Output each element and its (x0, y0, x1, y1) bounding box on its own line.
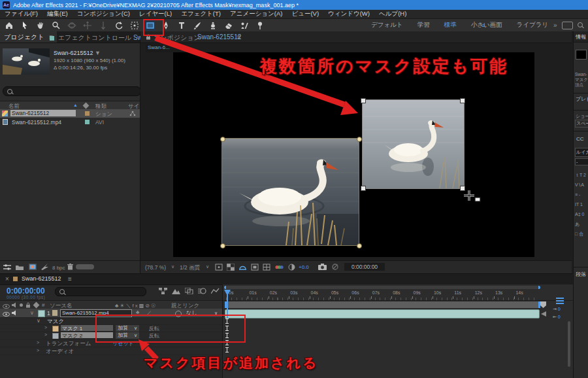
character-setting-row[interactable]: ≡ - (575, 190, 588, 199)
magnification-caret-icon[interactable]: ∨ (171, 264, 174, 269)
sort-ascending-icon[interactable]: ▲ (73, 103, 78, 107)
timeline-panel-menu-icon[interactable]: ≡ (68, 275, 72, 283)
project-row-footage[interactable]: Swan-6215512.mp4 AVI (0, 118, 140, 126)
puppet-pin-tool-icon[interactable] (255, 20, 265, 31)
color-depth-button[interactable]: 8 bpc (52, 265, 65, 271)
mask-vertex-handle[interactable] (361, 186, 366, 191)
work-area-end-shield-icon[interactable] (540, 301, 546, 309)
layer-expand-caret[interactable]: ∨ (30, 310, 34, 316)
in-point-field[interactable]: ⇥ 0 (553, 307, 561, 312)
zoom-tool-icon[interactable] (51, 20, 61, 31)
timeline-tab-name[interactable]: Swan-6215512 (22, 275, 61, 282)
menu-item[interactable]: ビュー(V) (291, 10, 319, 18)
guides-icon[interactable] (251, 264, 259, 272)
preview-panel-label[interactable]: プレビ (576, 95, 588, 103)
transform-expand-caret[interactable]: > (37, 340, 39, 345)
menu-item[interactable]: レイヤー(L) (139, 10, 172, 18)
trash-icon[interactable] (67, 264, 73, 271)
mask-vertex-handle[interactable] (220, 243, 225, 249)
menu-item[interactable]: エフェクト(T) (181, 10, 221, 18)
label-color-swatch[interactable] (85, 120, 90, 124)
brush-tool-icon[interactable] (192, 20, 203, 31)
workspace-tab[interactable]: 学習 (417, 21, 430, 29)
project-search-input[interactable] (3, 86, 141, 96)
exposure-icon[interactable] (288, 264, 295, 272)
mask-expand-caret[interactable]: > (44, 325, 47, 330)
channel-rgb-icon[interactable] (275, 264, 284, 271)
out-point-field[interactable]: ⇤ 0 (553, 315, 561, 320)
menu-item[interactable]: アニメーション(A) (230, 10, 283, 18)
orbit-camera-tool-icon[interactable] (67, 20, 77, 31)
timeline-search-input[interactable] (55, 287, 146, 296)
workspace-tab[interactable]: 小さい画面 (471, 21, 502, 29)
exposure-value[interactable]: +0.0 (299, 264, 309, 270)
pan-camera-tool-icon[interactable] (82, 20, 93, 31)
menu-item[interactable]: コンポジション(C) (77, 10, 130, 18)
project-row-composition[interactable]: Swan-6215512 ション (0, 109, 140, 118)
workspace-overflow-chevrons[interactable]: » (553, 22, 557, 29)
tab-project[interactable]: プロジェクト ≡ (0, 31, 57, 43)
workspace-tab[interactable]: デフォルト (371, 21, 403, 29)
label-color-swatch[interactable] (85, 111, 90, 116)
hand-tool-icon[interactable] (35, 20, 46, 31)
new-composition-icon[interactable] (29, 264, 37, 271)
frame-blend-icon[interactable] (185, 288, 193, 296)
clone-stamp-tool-icon[interactable] (208, 20, 218, 31)
mask-vertex-handle[interactable] (357, 243, 362, 249)
mask-vertex-handle[interactable] (220, 137, 225, 142)
home-tool-icon[interactable] (4, 20, 14, 31)
character-setting-value[interactable]: 0 (582, 212, 585, 216)
layer-audio-icon[interactable] (12, 310, 17, 317)
panel-scrollbar-thumb[interactable] (76, 264, 94, 269)
layer-color-swatch[interactable] (38, 310, 45, 317)
masked-footage-left[interactable] (222, 139, 359, 245)
character-setting-value[interactable]: - (579, 192, 580, 197)
roto-brush-tool-icon[interactable] (239, 20, 250, 31)
label-column-icon[interactable] (83, 103, 90, 109)
workspace-switcher-icon[interactable] (562, 22, 573, 29)
mask-vertex-handle[interactable] (357, 137, 362, 142)
character-setting-row[interactable]: IT 1 (575, 199, 588, 209)
new-folder-icon[interactable] (16, 264, 24, 271)
mask-visibility-icon[interactable] (238, 264, 247, 272)
viewer-tab[interactable]: Swan-6... (146, 44, 184, 52)
character-setting-value[interactable]: 2 (583, 173, 586, 177)
selected-item-name[interactable]: Swan-6215512 ▼ (54, 50, 101, 56)
character-setting-value[interactable]: 合 (579, 232, 583, 236)
timeline-vertical-scrollbar[interactable] (568, 321, 570, 367)
audio-expand-caret[interactable]: > (37, 348, 39, 352)
menu-item[interactable]: ウィンドウ(W) (328, 10, 370, 18)
resolution-caret-icon[interactable]: ∨ (206, 264, 209, 269)
mask-vertex-handle[interactable] (460, 98, 465, 103)
eraser-tool-icon[interactable] (223, 20, 234, 31)
mask-expand-caret[interactable]: > (44, 332, 47, 337)
paragraph-panel-label[interactable]: 段落 (576, 271, 586, 278)
font-style-field[interactable]: - (575, 158, 588, 165)
draft-3d-icon[interactable] (172, 288, 180, 296)
render-icon[interactable] (41, 264, 48, 271)
font-family-field[interactable]: ルイカ (575, 148, 588, 157)
composition-flowchart-icon[interactable] (159, 288, 167, 296)
graph-editor-icon[interactable] (211, 288, 220, 296)
layer-duration-bar[interactable] (225, 309, 540, 318)
in-point-value[interactable]: 0 (558, 307, 561, 311)
workspace-menu-icon[interactable]: ≡ (482, 22, 485, 29)
search-workspace-icon[interactable] (578, 22, 583, 29)
project-item-name[interactable]: Swan-6215512.mp4 (12, 119, 61, 126)
footage-thumbnail[interactable] (3, 48, 50, 75)
composition-panel-menu-icon[interactable]: ≡ (237, 33, 241, 41)
selection-tool-icon[interactable] (20, 20, 30, 31)
character-setting-value[interactable]: 1 (580, 202, 583, 207)
timeline-navigator-bar[interactable] (224, 286, 540, 289)
workspace-tab[interactable]: ライブラリ (517, 21, 549, 29)
out-point-value[interactable]: 0 (558, 315, 561, 319)
motion-blur-icon[interactable] (198, 288, 206, 296)
item-caret-icon[interactable]: ▼ (95, 50, 101, 56)
pan-behind-anchor-tool-icon[interactable] (129, 20, 140, 31)
dolly-camera-tool-icon[interactable] (98, 20, 108, 31)
mask-vertex-handle[interactable] (361, 98, 366, 103)
character-setting-row[interactable]: ｔT 2 (575, 170, 588, 180)
effects-panel-label[interactable]: CC (576, 136, 584, 142)
menu-item[interactable]: ヘルプ(H) (379, 10, 406, 18)
preview-timecode[interactable]: 0:00:00:00 (344, 263, 385, 271)
